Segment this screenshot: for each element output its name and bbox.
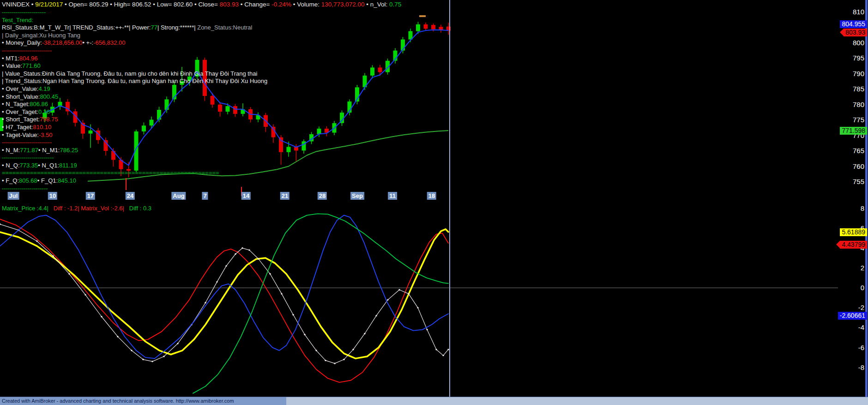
info-segment: 786.25	[60, 147, 78, 154]
info-segment: • N_Q:	[2, 162, 20, 169]
dotted-line-white-dot	[387, 299, 388, 300]
candle-body[interactable]	[279, 137, 283, 152]
dotted-line-white-dot	[163, 356, 164, 357]
info-line: -------------------------	[2, 139, 267, 147]
info-segment: 804.96	[19, 55, 38, 62]
info-line: Test_Trend:	[2, 17, 267, 24]
info-segment: | Trend_Status:Ngan Han Tang Truong. Đâu…	[2, 77, 267, 84]
title-segment: • Change=	[239, 1, 271, 8]
candle-body[interactable]	[424, 24, 428, 29]
info-segment: 771.60	[22, 62, 41, 69]
dotted-line-white-dot	[205, 302, 206, 304]
info-segment: • Money_Daily:	[2, 39, 42, 46]
value-badge: 803.93	[844, 29, 867, 36]
title-segment: • Volume:	[291, 1, 321, 8]
dotted-line-white-dot	[248, 249, 250, 250]
oscillator-header-segment: Matrix_Price :4.4|	[2, 205, 48, 212]
info-segment: --------------------------	[2, 154, 54, 161]
info-segment: -38,218,656.00	[42, 39, 82, 46]
info-line: ----------------------	[2, 9, 267, 17]
dotted-line-white-dot	[101, 316, 102, 317]
info-segment: Test_Trend:	[2, 17, 33, 24]
date-label: Jul	[8, 192, 19, 200]
title-segment: VNINDEX •	[2, 1, 35, 8]
axis-tick-label: 795	[853, 54, 864, 62]
dotted-line-white-dot	[417, 307, 418, 308]
info-segment: ========================================…	[2, 169, 219, 176]
indicator-info-panel: ----------------------Test_Trend:RSI_Sta…	[2, 9, 267, 192]
dotted-line-white-dot	[225, 265, 227, 267]
title-segment: -0.24%	[271, 1, 291, 8]
info-segment: • N_Q1:	[38, 162, 59, 169]
info-line: • Short_Taget:798.75	[2, 116, 267, 124]
info-segment: • N_M:	[2, 147, 20, 154]
info-line: • N_Q:773.35• N_Q1:811.19	[2, 162, 267, 170]
dotted-line-white-dot	[258, 258, 259, 260]
info-segment: 805.68	[19, 177, 37, 184]
candle-body[interactable]	[302, 141, 306, 150]
fast-line-green[interactable]	[193, 214, 448, 393]
candle-body[interactable]	[431, 25, 435, 29]
value-badge: 804.955	[840, 20, 867, 28]
axis-tick-label: 800	[853, 39, 864, 47]
matrix-vol-line-blue[interactable]	[0, 215, 448, 358]
info-line: | Trend_Status:Ngan Han Tang Truong. Đâu…	[2, 77, 267, 85]
date-label: 11	[388, 192, 397, 200]
title-segment: 0.75	[389, 1, 401, 8]
info-segment: • F_Q1:	[37, 177, 58, 184]
candle-body[interactable]	[416, 24, 420, 31]
matrix-price-line[interactable]	[0, 219, 448, 382]
dotted-line-white-dot	[334, 363, 335, 364]
info-segment: • Over_Taget:	[2, 108, 38, 115]
dotted-line-white-dot	[52, 255, 54, 256]
date-label: Aug	[171, 192, 186, 200]
info-line: -----------------------	[2, 185, 267, 193]
info-segment: | Value_Status:Đinh Gia Tang Truong. Đâu…	[2, 70, 257, 77]
info-segment: ----------------------	[2, 9, 46, 16]
info-segment: • Short_Taget:	[2, 116, 40, 123]
candle-body[interactable]	[378, 67, 382, 72]
info-segment: • N_M1:	[38, 147, 60, 154]
info-line: -------------------------	[2, 47, 267, 55]
axis-tick-label: 780	[853, 101, 864, 108]
chart-title-bar: VNINDEX • 9/21/2017 • Open= 805.29 • Hig…	[2, 0, 401, 8]
signal-line-yellow[interactable]	[0, 229, 448, 358]
info-segment: • H7_Taget:	[2, 124, 33, 131]
signal-dash-marker	[419, 15, 426, 17]
dotted-line-white-dot	[269, 273, 271, 274]
candle-body[interactable]	[287, 147, 291, 152]
dotted-line-white[interactable]	[0, 224, 448, 363]
dotted-line-white-dot	[142, 359, 144, 360]
badge-arrow-icon	[836, 241, 840, 248]
oscillator-header-segment: Diff : -1.2| Matrix_Vol :-2.6|	[48, 205, 124, 212]
info-segment: 0.36	[38, 108, 50, 115]
amibroker-window: VNINDEX • 9/21/2017 • Open= 805.29 • Hig…	[0, 0, 868, 405]
dotted-line-white-dot	[177, 343, 178, 344]
value-badge: 771.598	[840, 127, 867, 135]
info-segment: RSI_Status:B:M_T_W_Tr| TREND_Status:++-*…	[2, 24, 151, 31]
dotted-line-white-dot	[68, 273, 70, 274]
info-line: • Money_Daily:-38,218,656.00• +-:-656,83…	[2, 39, 267, 47]
info-segment: • N_Taget:	[2, 101, 30, 107]
axis-tick-label: 775	[853, 116, 864, 124]
date-label: 28	[318, 192, 327, 200]
dotted-line-white-dot	[235, 253, 236, 255]
dotted-line-white-dot	[447, 349, 449, 350]
value-badge: -2.60661	[838, 312, 867, 320]
date-label: 17	[86, 192, 95, 200]
dotted-line-white-dot	[325, 360, 326, 361]
info-segment: • +-:	[82, 39, 93, 46]
axis-tick-label: 810	[853, 8, 864, 16]
candle-body[interactable]	[317, 129, 321, 134]
info-segment: 773.35	[20, 162, 38, 169]
info-segment: 806.86	[30, 101, 48, 107]
candle-body[interactable]	[370, 67, 374, 75]
scrollbar-strip[interactable]	[865, 0, 868, 397]
dotted-line-white-dot	[375, 315, 377, 316]
info-segment: 4.19	[38, 85, 50, 92]
axis-tick-label: -2	[858, 304, 864, 311]
date-label: 14	[241, 192, 251, 200]
title-segment: 9/21/2017	[35, 1, 63, 8]
info-line: • Taget-Value:-3.50	[2, 131, 267, 139]
dotted-line-white-dot	[241, 247, 243, 249]
